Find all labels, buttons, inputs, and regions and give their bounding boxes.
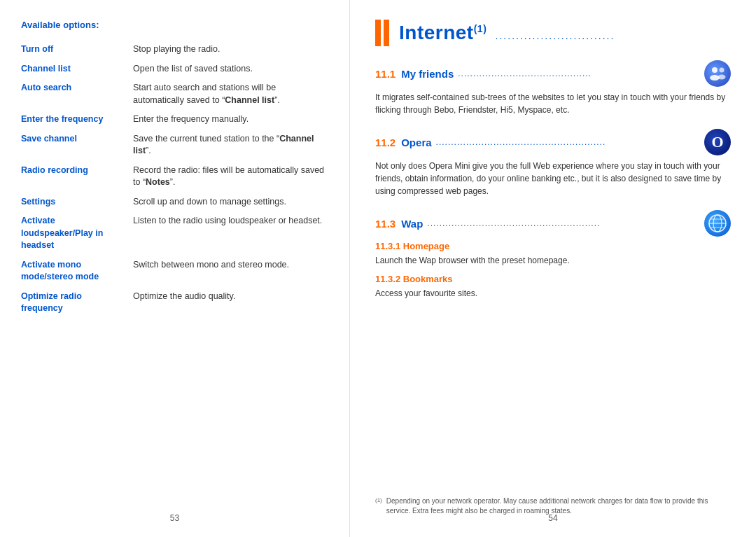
section-11-1-dots: ........................................… [458,69,700,78]
option-desc: Start auto search and stations will be a… [133,78,328,110]
subsection-11-3-2-body: Access your favourite sites. [375,287,731,300]
subsection-11-3-1-body: Launch the Wap browser with the preset h… [375,254,731,267]
section-11-3-dots: ........................................… [427,218,700,228]
table-row: Enter the frequency Enter the frequency … [21,110,328,130]
orange-bar-1 [375,20,381,46]
option-label: Activate mono mode/stereo mode [21,256,133,287]
table-row: Activate mono mode/stereo mode Switch be… [21,256,328,287]
footnote-text: Depending on your network operator. May … [386,496,731,516]
section-11-1-header: 11.1 My friends ........................… [375,60,731,87]
table-row: Optimize radio frequency Optimize the au… [21,287,328,319]
option-desc: Switch between mono and stereo mode. [133,256,328,287]
option-desc: Scroll up and down to manage settings. [133,193,328,212]
option-desc: Stop playing the radio. [133,40,328,60]
svg-point-0 [712,67,718,73]
section-11-2-title: Opera [401,137,431,148]
subsection-11-3-2-title: 11.3.2 Bookmarks [375,274,731,284]
section-11-2: 11.2 Opera .............................… [375,129,731,197]
option-label: Radio recording [21,161,133,193]
section-11-2-header: 11.2 Opera .............................… [375,129,731,155]
available-options-title: Available options: [21,20,328,30]
table-row: Save channel Save the current tuned stat… [21,130,328,161]
table-row: Settings Scroll up and down to manage se… [21,193,328,212]
section-11-1-number: 11.1 [375,68,396,80]
chapter-title-block: Internet(1) ............................… [399,22,615,44]
chapter-header: Internet(1) ............................… [375,20,731,46]
subsection-11-3-1: 11.3.1 Homepage Launch the Wap browser w… [375,241,731,267]
section-11-2-number: 11.2 [375,137,396,148]
section-11-2-body: Not only does Opera Mini give you the fu… [375,160,731,197]
option-desc: Listen to the radio using loudspeaker or… [133,211,328,256]
option-desc: Optimize the audio quality. [133,287,328,319]
section-11-3-number: 11.3 [375,218,396,230]
option-desc: Save the current tuned station to the “C… [133,130,328,161]
options-table: Turn off Stop playing the radio. Channel… [21,40,328,319]
footnote-superscript: (1) [375,496,382,516]
right-page: Internet(1) ............................… [350,0,756,537]
section-11-1-body: It migrates self-contained sub-trees of … [375,91,731,116]
orange-bar-2 [384,20,389,46]
option-label: Optimize radio frequency [21,287,133,319]
table-row: Radio recording Record the radio: files … [21,161,328,193]
my-friends-icon [704,60,731,87]
svg-point-2 [720,68,724,73]
option-label: Channel list [21,60,133,79]
opera-icon: O [704,129,731,155]
wap-icon [704,210,731,237]
option-label: Save channel [21,130,133,161]
chapter-title: Internet(1) [399,22,493,43]
orange-bars-decoration [375,20,389,46]
page-number-right: 54 [548,513,557,523]
subsection-11-3-2: 11.3.2 Bookmarks Access your favourite s… [375,274,731,300]
subsection-11-3-1-title: 11.3.1 Homepage [375,241,731,251]
option-desc: Open the list of saved stations. [133,60,328,79]
section-11-3: 11.3 Wap ...............................… [375,210,731,300]
option-label: Turn off [21,40,133,60]
section-11-3-title: Wap [401,218,423,230]
svg-point-3 [718,75,726,80]
section-11-1: 11.1 My friends ........................… [375,60,731,116]
section-11-3-header: 11.3 Wap ...............................… [375,210,731,237]
option-label: Settings [21,193,133,212]
table-row: Activate loudspeaker/Play in headset Lis… [21,211,328,256]
option-label: Enter the frequency [21,110,133,130]
page-number-left: 53 [170,513,179,523]
opera-letter: O [711,133,723,151]
option-label: Activate loudspeaker/Play in headset [21,211,133,256]
table-row: Turn off Stop playing the radio. [21,40,328,60]
chapter-superscript: (1) [474,23,487,34]
option-desc: Record the radio: files will be automati… [133,161,328,193]
table-row: Auto search Start auto search and statio… [21,78,328,110]
section-11-1-title: My friends [401,68,454,80]
chapter-dots: ............................. [496,30,615,41]
option-label: Auto search [21,78,133,110]
option-desc: Enter the frequency manually. [133,110,328,130]
table-row: Channel list Open the list of saved stat… [21,60,328,79]
section-11-2-dots: ........................................… [436,137,700,147]
left-page: Available options: Turn off Stop playing… [0,0,350,537]
